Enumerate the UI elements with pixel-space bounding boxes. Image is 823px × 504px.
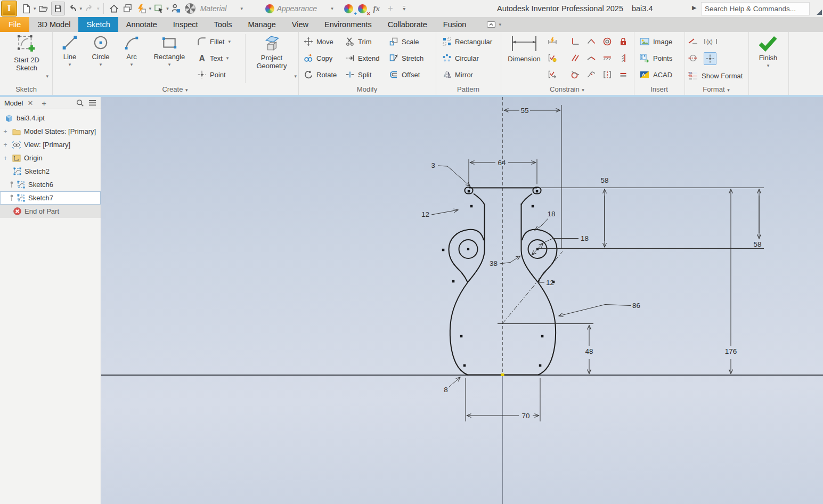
- tab-tools[interactable]: Tools: [206, 17, 240, 32]
- browser-tab-close-icon[interactable]: ✕: [27, 99, 33, 107]
- browser-item-sketch7[interactable]: Sketch7: [0, 191, 101, 205]
- text-button[interactable]: A Text ▾: [197, 52, 229, 64]
- tab-3d-model[interactable]: 3D Model: [29, 17, 78, 32]
- panel-expand-arrow-icon[interactable]: ▶: [692, 4, 696, 11]
- tab-collaborate[interactable]: Collaborate: [380, 17, 435, 32]
- sketch-canvas[interactable]: 55 64 3 12 18 18 38 12 86 48 58 58 176 7…: [101, 97, 823, 504]
- browser-search-icon[interactable]: [76, 99, 84, 107]
- adjust-appearance-button[interactable]: +: [343, 2, 355, 15]
- clear-appearance-button[interactable]: ✕: [356, 2, 369, 15]
- panel-label-format[interactable]: Format ▾: [685, 85, 748, 94]
- select-dropdown[interactable]: ▾: [166, 6, 169, 11]
- tab-fusion[interactable]: Fusion: [435, 17, 475, 32]
- expand-icon[interactable]: +: [2, 128, 9, 135]
- vertical-constraint-button[interactable]: [618, 53, 628, 63]
- inventor-app-icon[interactable]: I: [1, 1, 17, 17]
- sketch-drawing[interactable]: 55 64 3 12 18 18 38 12 86 48 58 58 176 7…: [101, 97, 823, 504]
- ribbon-collapse-button[interactable]: ▾: [486, 17, 502, 32]
- horizontal-constraint-button[interactable]: [602, 53, 612, 63]
- expand-icon[interactable]: +: [2, 155, 9, 162]
- appearance-wheel-button[interactable]: [264, 2, 276, 15]
- open-button[interactable]: [37, 2, 50, 15]
- project-geometry-button[interactable]: Project Geometry ▾: [248, 34, 295, 70]
- tab-environments[interactable]: Environments: [316, 17, 380, 32]
- collinear-constraint-button[interactable]: [586, 53, 596, 63]
- undo-button[interactable]: [66, 2, 79, 15]
- switch-windows-button[interactable]: [121, 2, 134, 15]
- panel-label-pattern[interactable]: Pattern: [436, 85, 501, 94]
- browser-add-tab-button[interactable]: +: [42, 99, 46, 108]
- tab-manage[interactable]: Manage: [240, 17, 283, 32]
- browser-menu-icon[interactable]: [88, 99, 96, 107]
- parallel-constraint-button[interactable]: [571, 53, 580, 63]
- equal-constraint-button[interactable]: [618, 70, 628, 79]
- material-combo[interactable]: Material ▾: [200, 2, 263, 15]
- sketch-geometry[interactable]: [449, 188, 557, 375]
- start-2d-sketch-caret[interactable]: ▾: [46, 72, 48, 80]
- show-format-button[interactable]: Show Format: [688, 69, 743, 82]
- user-session-button[interactable]: [170, 2, 183, 15]
- scale-button[interactable]: Scale: [389, 35, 419, 48]
- finish-sketch-button[interactable]: Finish ▾: [751, 34, 785, 70]
- trim-button[interactable]: Trim: [345, 35, 372, 48]
- concentric-constraint-button[interactable]: [602, 37, 612, 46]
- redo-button[interactable]: [83, 2, 96, 15]
- insert-points-button[interactable]: Points: [639, 52, 672, 64]
- symmetric-constraint-button[interactable]: [602, 70, 612, 79]
- browser-item-end-of-part[interactable]: End of Part: [0, 205, 101, 218]
- material-sphere-button[interactable]: [184, 2, 197, 15]
- appearance-combo[interactable]: Appearance ▾: [277, 2, 342, 15]
- driven-dimension-toggle-button[interactable]: (x): [704, 37, 718, 46]
- new-file-button[interactable]: [20, 2, 32, 15]
- browser-item-sketch6[interactable]: Sketch6: [0, 178, 101, 191]
- rectangle-button[interactable]: Rectangle ▾: [147, 34, 192, 69]
- fillet-button[interactable]: Fillet ▾: [197, 35, 231, 48]
- browser-item-sketch2[interactable]: Sketch2: [0, 165, 101, 178]
- coincident-constraint-button[interactable]: [586, 37, 596, 46]
- arc-caret[interactable]: ▾: [131, 61, 133, 69]
- sketch-axes[interactable]: [101, 97, 823, 504]
- panel-label-create[interactable]: Create ▾: [52, 85, 298, 94]
- tab-inspect[interactable]: Inspect: [165, 17, 206, 32]
- tab-annotate[interactable]: Annotate: [118, 17, 165, 32]
- circle-caret[interactable]: ▾: [100, 61, 102, 69]
- circular-pattern-button[interactable]: Circular: [442, 52, 479, 64]
- line-caret[interactable]: ▾: [69, 61, 71, 69]
- line-button[interactable]: Line ▾: [55, 34, 84, 69]
- copy-button[interactable]: Copy: [304, 52, 332, 64]
- construction-toggle-button[interactable]: [688, 37, 697, 46]
- browser-item-model-states[interactable]: + Model States: [Primary]: [0, 125, 101, 138]
- arc-button[interactable]: Arc ▾: [117, 34, 146, 69]
- customize-qat-button[interactable]: ▾: [398, 2, 411, 15]
- redo-dropdown[interactable]: ▾: [97, 6, 100, 11]
- finish-caret[interactable]: ▾: [767, 62, 770, 70]
- insert-acad-button[interactable]: ACAD: [639, 68, 672, 81]
- centerline-toggle-button[interactable]: [688, 53, 697, 63]
- project-geometry-caret[interactable]: ▾: [294, 72, 297, 80]
- split-button[interactable]: Split: [345, 68, 371, 81]
- stretch-button[interactable]: Stretch: [389, 52, 423, 64]
- start-2d-sketch-button[interactable]: Start 2D Sketch ▾: [7, 34, 46, 72]
- tangent-constraint-button[interactable]: [571, 70, 580, 79]
- browser-tab-model[interactable]: Model: [4, 99, 23, 107]
- move-button[interactable]: Move: [304, 35, 333, 48]
- fix-constraint-button[interactable]: [618, 37, 628, 46]
- undo-dropdown[interactable]: ▾: [80, 6, 83, 11]
- point-button[interactable]: Point: [197, 68, 226, 81]
- new-file-dropdown[interactable]: ▾: [34, 6, 36, 11]
- centerpoint-toggle-button[interactable]: [704, 52, 716, 65]
- smooth-constraint-button[interactable]: [586, 70, 596, 79]
- collapse-ribbon-caret[interactable]: ▾: [499, 22, 501, 27]
- home-button[interactable]: [108, 2, 120, 15]
- dimension-button[interactable]: Dimension: [504, 34, 544, 63]
- mirror-button[interactable]: Mirror: [442, 68, 473, 81]
- origin-point[interactable]: [501, 373, 504, 376]
- insert-image-button[interactable]: Image: [639, 35, 672, 48]
- sketch-points[interactable]: [442, 190, 555, 367]
- browser-item-part[interactable]: bai3.4.ipt: [0, 111, 101, 125]
- show-constraints-button[interactable]: [548, 70, 557, 79]
- rectangular-pattern-button[interactable]: Rectangular: [442, 35, 492, 48]
- panel-label-constrain[interactable]: Constrain ▾: [501, 85, 634, 94]
- offset-button[interactable]: Offset: [389, 68, 420, 81]
- panel-label-sketch[interactable]: Sketch: [0, 85, 52, 94]
